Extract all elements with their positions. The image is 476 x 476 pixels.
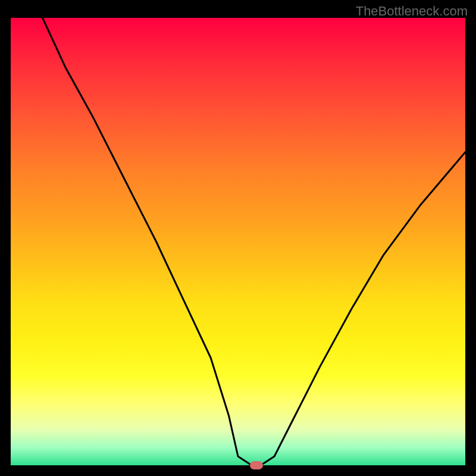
watermark-text: TheBottleneck.com — [356, 4, 468, 19]
chart-plot-area — [11, 18, 465, 465]
optimal-point-marker — [250, 461, 263, 469]
bottleneck-curve-path — [43, 18, 466, 465]
chart-curve-svg — [11, 18, 465, 465]
